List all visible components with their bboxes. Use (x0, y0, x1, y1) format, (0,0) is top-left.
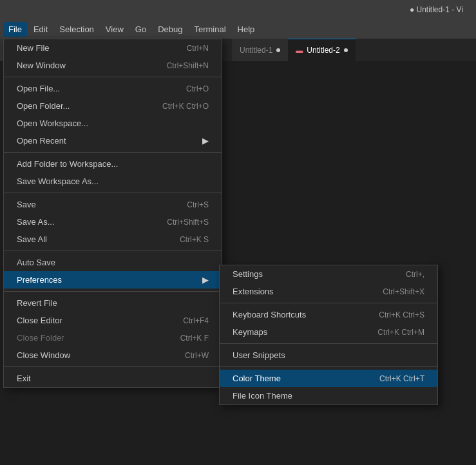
separator-2 (4, 152, 222, 153)
file-dropdown-menu: New File Ctrl+N New Window Ctrl+Shift+N … (3, 39, 222, 388)
menu-item-close-window[interactable]: Close Window Ctrl+W (4, 346, 222, 364)
tab-dot-untitled-2 (344, 48, 348, 52)
menu-item-save-label: Save (17, 200, 36, 209)
menu-item-open-workspace-label: Open Workspace... (17, 119, 88, 128)
menu-item-new-window-shortcut: Ctrl+Shift+N (167, 61, 209, 70)
menu-item-close-folder-shortcut: Ctrl+K F (180, 334, 209, 343)
menu-item-save-as[interactable]: Save As... Ctrl+Shift+S (4, 213, 222, 231)
menu-item-auto-save[interactable]: Auto Save (4, 254, 222, 271)
menu-item-close-editor[interactable]: Close Editor Ctrl+F4 (4, 312, 222, 329)
menu-item-save[interactable]: Save Ctrl+S (4, 196, 222, 213)
submenu-item-settings[interactable]: Settings Ctrl+, (220, 265, 437, 283)
menu-item-save-as-shortcut: Ctrl+Shift+S (167, 218, 209, 227)
menu-debug[interactable]: Debug (153, 22, 187, 37)
menu-item-new-window-label: New Window (17, 61, 66, 70)
submenu-item-color-theme-label: Color Theme (233, 374, 281, 383)
menu-item-save-as-label: Save As... (17, 217, 55, 227)
tab-icon-untitled-2: ▬ (296, 46, 303, 54)
menu-item-auto-save-label: Auto Save (17, 258, 55, 267)
menu-item-open-file[interactable]: Open File... Ctrl+O (4, 80, 222, 97)
submenu-item-user-snippets[interactable]: User Snippets (220, 346, 437, 364)
tab-untitled-2[interactable]: ▬ Untitled-2 (288, 39, 355, 61)
menu-item-close-editor-shortcut: Ctrl+F4 (183, 316, 209, 325)
window-title: ● Untitled-1 - Vi (410, 5, 463, 14)
separator-4 (4, 251, 222, 251)
separator-5 (4, 291, 222, 292)
tab-dot-untitled-1 (276, 48, 280, 52)
menu-item-save-all-shortcut: Ctrl+K S (180, 235, 209, 244)
tab-untitled-2-label: Untitled-2 (307, 46, 339, 55)
menu-item-save-workspace-label: Save Workspace As... (17, 176, 99, 186)
submenu-item-keyboard-shortcuts-label: Keyboard Shortcuts (233, 310, 306, 319)
menu-item-preferences[interactable]: Preferences ▶ (4, 271, 222, 289)
submenu-item-extensions[interactable]: Extensions Ctrl+Shift+X (220, 283, 437, 300)
menu-item-open-folder[interactable]: Open Folder... Ctrl+K Ctrl+O (4, 97, 222, 115)
submenu-item-keyboard-shortcuts[interactable]: Keyboard Shortcuts Ctrl+K Ctrl+S (220, 306, 437, 323)
menu-bar: File Edit Selection View Go Debug Termin… (0, 19, 476, 39)
menu-item-new-file-shortcut: Ctrl+N (187, 44, 209, 53)
menu-item-close-window-label: Close Window (17, 350, 70, 360)
submenu-item-extensions-shortcut: Ctrl+Shift+X (383, 287, 424, 296)
menu-item-close-folder[interactable]: Close Folder Ctrl+K F (4, 329, 222, 346)
preferences-arrow-icon: ▶ (202, 275, 209, 285)
menu-item-close-editor-label: Close Editor (17, 316, 62, 325)
submenu-item-color-theme[interactable]: Color Theme Ctrl+K Ctrl+T (220, 370, 437, 387)
preferences-submenu: Settings Ctrl+, Extensions Ctrl+Shift+X … (219, 265, 438, 405)
menu-item-new-file-label: New File (17, 43, 50, 53)
separator-6 (4, 366, 222, 367)
tab-untitled-1-label: Untitled-1 (240, 46, 272, 55)
menu-go[interactable]: Go (130, 22, 151, 37)
submenu-item-settings-label: Settings (233, 269, 263, 279)
submenu-item-file-icon-theme-label: File Icon Theme (233, 391, 292, 401)
menu-item-new-file[interactable]: New File Ctrl+N (4, 39, 222, 57)
menu-item-open-recent[interactable]: Open Recent ▶ (4, 132, 222, 149)
menu-item-open-recent-label: Open Recent (17, 136, 66, 146)
menu-item-open-file-shortcut: Ctrl+O (186, 84, 209, 93)
submenu-item-extensions-label: Extensions (233, 287, 274, 296)
menu-item-save-workspace[interactable]: Save Workspace As... (4, 173, 222, 190)
submenu-item-keymaps-label: Keymaps (233, 327, 267, 337)
tab-untitled-1[interactable]: Untitled-1 (232, 39, 288, 61)
menu-terminal[interactable]: Terminal (189, 22, 231, 37)
menu-help[interactable]: Help (233, 22, 260, 37)
submenu-item-file-icon-theme[interactable]: File Icon Theme (220, 387, 437, 404)
submenu-item-settings-shortcut: Ctrl+, (406, 270, 424, 279)
separator-1 (4, 77, 222, 77)
menu-item-add-folder-label: Add Folder to Workspace... (17, 159, 118, 169)
menu-item-add-folder[interactable]: Add Folder to Workspace... (4, 155, 222, 173)
menu-item-save-shortcut: Ctrl+S (187, 200, 209, 209)
menu-item-new-window[interactable]: New Window Ctrl+Shift+N (4, 57, 222, 74)
submenu-separator-2 (220, 343, 437, 344)
submenu-separator-1 (220, 303, 437, 303)
submenu-item-keyboard-shortcuts-shortcut: Ctrl+K Ctrl+S (379, 310, 424, 319)
menu-file[interactable]: File (3, 22, 27, 37)
submenu-separator-3 (220, 366, 437, 367)
submenu-item-keymaps-shortcut: Ctrl+K Ctrl+M (377, 328, 424, 337)
menu-item-revert-file[interactable]: Revert File (4, 294, 222, 312)
menu-item-exit[interactable]: Exit (4, 370, 222, 387)
menu-item-open-file-label: Open File... (17, 84, 60, 93)
menu-item-close-window-shortcut: Ctrl+W (185, 351, 209, 360)
menu-item-close-folder-label: Close Folder (17, 333, 64, 343)
separator-3 (4, 193, 222, 193)
menu-item-open-workspace[interactable]: Open Workspace... (4, 115, 222, 132)
menu-view[interactable]: View (100, 22, 129, 37)
submenu-item-keymaps[interactable]: Keymaps Ctrl+K Ctrl+M (220, 323, 437, 341)
title-bar: ● Untitled-1 - Vi (0, 0, 476, 19)
submenu-item-user-snippets-label: User Snippets (233, 350, 285, 360)
menu-item-open-folder-label: Open Folder... (17, 101, 70, 111)
menu-item-open-folder-shortcut: Ctrl+K Ctrl+O (162, 102, 209, 111)
menu-item-save-all-label: Save All (17, 234, 47, 244)
menu-item-exit-label: Exit (17, 374, 31, 383)
menu-item-preferences-label: Preferences (17, 275, 62, 285)
menu-edit[interactable]: Edit (28, 22, 53, 37)
menu-selection[interactable]: Selection (54, 22, 99, 37)
menu-item-revert-file-label: Revert File (17, 298, 57, 308)
open-recent-arrow-icon: ▶ (202, 136, 209, 146)
submenu-item-color-theme-shortcut: Ctrl+K Ctrl+T (379, 374, 424, 383)
menu-item-save-all[interactable]: Save All Ctrl+K S (4, 231, 222, 248)
